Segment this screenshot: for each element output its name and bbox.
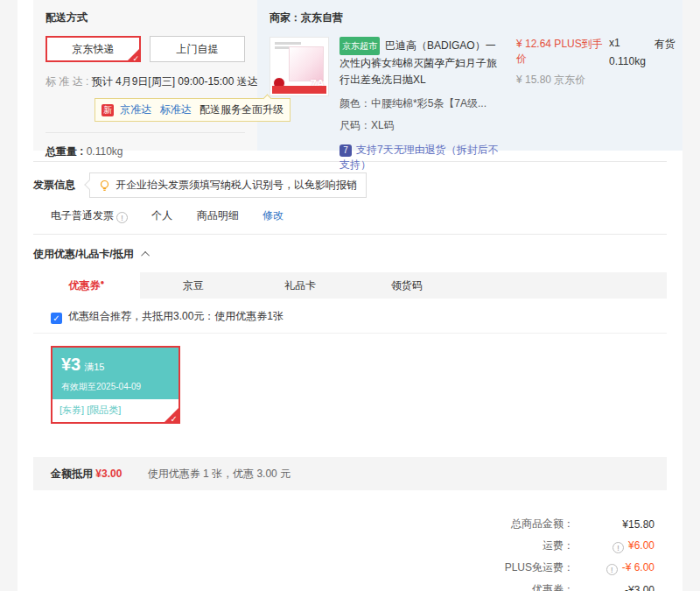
invoice-title: 发票信息 xyxy=(33,178,75,193)
total-value: ¥15.80 xyxy=(574,518,654,531)
coupon-section-header: 使用优惠/礼品卡/抵用 xyxy=(18,235,682,262)
coupon-tabbar: 优惠券● 京豆 礼品卡 领货码 xyxy=(33,272,667,299)
self-pickup-label: 上门自提 xyxy=(177,43,219,55)
summary-detail: 使用优惠券 1 张，优惠 3.00 元 xyxy=(148,468,290,480)
delivery-divider xyxy=(46,132,245,133)
jd-supermarket-badge: 京东超市 xyxy=(340,37,380,55)
order-totals: 总商品金额： ¥15.80 运费： !¥6.00 PLUS免运费： !-¥ 6.… xyxy=(18,490,682,591)
product-image[interactable]: 7A xyxy=(270,37,329,96)
stock-status: 有货 xyxy=(654,37,682,172)
coupon-condition: 满15 xyxy=(84,362,104,372)
delivery-time-label: 标 准 达 : xyxy=(46,75,88,88)
invoice-tooltip: 开企业抬头发票须填写纳税人识别号，以免影响报销 xyxy=(89,172,367,198)
total-value: -¥3.00 xyxy=(574,584,654,591)
invoice-tooltip-notch xyxy=(84,179,94,189)
delivery-upgrade-tooltip: 新 京准达 标准达 配送服务全面升级 xyxy=(94,98,290,122)
self-pickup-button[interactable]: 上门自提 xyxy=(150,36,245,62)
return-policy-line: 7支持7天无理由退货（拆封后不支持） xyxy=(340,143,506,172)
tab-giftcard[interactable]: 礼品卡 xyxy=(247,272,354,299)
lightbulb-icon xyxy=(99,179,110,192)
coupon-validity: 有效期至2025-04-09 xyxy=(61,381,170,393)
total-label: 运费： xyxy=(542,538,574,553)
invoice-type: 电子普通发票! xyxy=(51,209,128,222)
jingzhunda-link[interactable]: 京准达 xyxy=(120,103,151,116)
coupon-amount: ¥3 xyxy=(61,355,80,374)
biaozhunda-link[interactable]: 标准达 xyxy=(160,103,192,116)
product-weight: 0.110kg xyxy=(609,55,654,67)
delivery-panel: 配送方式 京东快递 ✓ 上门自提 标 准 达 : 预计 4月9日[周三] 09:… xyxy=(33,0,257,151)
coupon-card-top: ¥3满15 有效期至2025-04-09 xyxy=(52,348,178,399)
product-title[interactable]: 京东超市巴迪高（BADIGAO）一次性内裤女纯棉灭菌孕产妇月子旅行出差免洗日抛X… xyxy=(340,37,506,88)
product-color-line: 颜色：中腰纯棉*彩5条【7A级... xyxy=(340,95,506,112)
combo-text: 优惠组合推荐，共抵用3.00元：使用优惠券1张 xyxy=(68,310,284,322)
product-quantity: x1 xyxy=(609,37,654,49)
merchant-title: 商家：京东自营 xyxy=(270,11,682,25)
delivery-section-title: 配送方式 xyxy=(46,11,245,25)
invoice-header: 发票信息 开企业抬头发票须填写纳税人识别号，以免影响报销 xyxy=(33,172,667,198)
freeship-info-icon[interactable]: ! xyxy=(606,564,618,575)
invoice-goods-detail: 商品明细 xyxy=(197,209,239,222)
seven-day-return-icon: 7 xyxy=(340,144,352,157)
quantity-column: x1 0.110kg xyxy=(609,37,654,172)
delivery-method-options: 京东快递 ✓ 上门自提 xyxy=(46,36,245,62)
invoice-detail-row: 电子普通发票! 个人 商品明细 修改 xyxy=(51,208,667,223)
tab-jingdou[interactable]: 京豆 xyxy=(140,272,247,299)
tab-jingdou-label: 京豆 xyxy=(183,279,204,292)
product-package-graphic xyxy=(289,46,324,81)
delivery-time-row: 标 准 达 : 预计 4月9日[周三] 09:00-15:00 送达修改 xyxy=(46,74,245,89)
tab-coupon[interactable]: 优惠券● xyxy=(33,272,140,299)
jd-price: ¥ 15.80 京东价 xyxy=(516,73,609,88)
total-row-goods: 总商品金额： ¥15.80 xyxy=(18,517,654,531)
shop-panel: 商家：京东自营 7A 京东超市巴迪高（BADIGAO）一次性内裤女纯棉灭菌孕产妇… xyxy=(257,0,682,151)
summary-amount: ¥3.00 xyxy=(95,468,122,480)
total-row-shipping: 运费： !¥6.00 xyxy=(18,538,654,553)
product-red-strip xyxy=(272,86,326,94)
plus-price: ¥ 12.64 PLUS到手价 xyxy=(516,37,609,67)
upgrade-text: 配送服务全面升级 xyxy=(200,103,284,116)
red-dot-icon: ● xyxy=(101,278,105,286)
invoice-info-icon[interactable]: ! xyxy=(116,212,128,223)
coupon-summary-bar: 金额抵用 ¥3.00 使用优惠券 1 张，优惠 3.00 元 xyxy=(33,457,667,490)
top-section: 配送方式 京东快递 ✓ 上门自提 标 准 达 : 预计 4月9日[周三] 09:… xyxy=(18,0,682,151)
coupon-check-icon: ✓ xyxy=(171,415,178,424)
summary-label: 金额抵用 xyxy=(51,468,93,480)
return-policy-text: 支持7天无理由退货（拆封后不支持） xyxy=(340,144,499,171)
new-badge: 新 xyxy=(102,104,114,116)
invoice-tip-text: 开企业抬头发票须填写纳税人识别号，以免影响报销 xyxy=(116,178,357,193)
chevron-up-icon[interactable] xyxy=(141,251,150,260)
price-column: ¥ 12.64 PLUS到手价 ¥ 15.80 京东价 xyxy=(516,37,609,172)
total-label: 优惠券： xyxy=(532,582,574,591)
shipping-info-icon[interactable]: ! xyxy=(612,542,624,553)
weight-label: 总重量 : xyxy=(46,145,83,158)
delivery-time-text: 预计 4月9日[周三] 09:00-15:00 送达 xyxy=(92,75,258,88)
combo-checkbox[interactable]: ✓ xyxy=(51,313,62,324)
checkout-page: 配送方式 京东快递 ✓ 上门自提 标 准 达 : 预计 4月9日[周三] 09:… xyxy=(18,0,682,591)
total-value: !-¥ 6.00 xyxy=(574,561,654,575)
tab-pickup-code[interactable]: 领货码 xyxy=(354,272,460,299)
coupon-list-area: ¥3满15 有效期至2025-04-09 [东券] [限品类] ✓ xyxy=(33,333,667,457)
total-weight-row: 总重量 : 0.110kg xyxy=(46,144,245,159)
tab-coupon-label: 优惠券 xyxy=(69,279,101,292)
combo-recommend-row: ✓优惠组合推荐，共抵用3.00元：使用优惠券1张 xyxy=(51,309,667,324)
coupon-section-title: 使用优惠/礼品卡/抵用 xyxy=(33,248,134,260)
total-label: PLUS免运费： xyxy=(505,560,574,575)
tab-pickup-code-label: 领货码 xyxy=(391,279,423,292)
weight-value: 0.110kg xyxy=(87,145,123,158)
tab-giftcard-label: 礼品卡 xyxy=(284,279,316,292)
total-row-coupon: 优惠券： -¥3.00 xyxy=(18,582,654,591)
coupon-card[interactable]: ¥3满15 有效期至2025-04-09 [东券] [限品类] ✓ xyxy=(51,346,180,424)
invoice-person: 个人 xyxy=(151,209,172,222)
jd-express-button[interactable]: 京东快递 ✓ xyxy=(46,36,141,62)
total-row-plus-freeship: PLUS免运费： !-¥ 6.00 xyxy=(18,560,654,575)
product-row: 7A 京东超市巴迪高（BADIGAO）一次性内裤女纯棉灭菌孕产妇月子旅行出差免洗… xyxy=(270,37,682,172)
total-label: 总商品金额： xyxy=(511,517,574,531)
total-value: !¥6.00 xyxy=(574,539,654,553)
product-info: 京东超市巴迪高（BADIGAO）一次性内裤女纯棉灭菌孕产妇月子旅行出差免洗日抛X… xyxy=(340,37,506,172)
check-icon: ✓ xyxy=(132,55,139,63)
product-size-line: 尺码：XL码 xyxy=(340,117,506,134)
jd-express-label: 京东快递 xyxy=(73,43,115,55)
coupon-tags: [东券] [限品类] xyxy=(52,399,178,422)
invoice-modify-link[interactable]: 修改 xyxy=(262,209,284,222)
